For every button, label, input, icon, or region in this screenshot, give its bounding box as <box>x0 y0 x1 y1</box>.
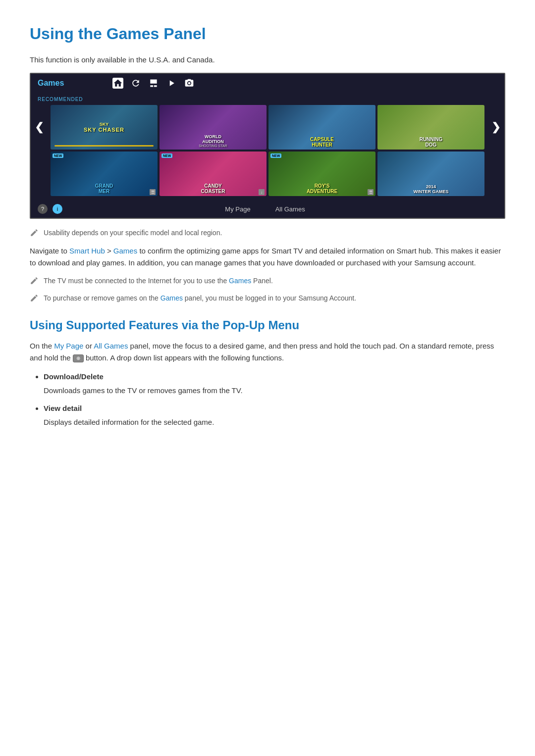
pencil-icon-3 <box>30 294 39 302</box>
pencil-icon-1 <box>30 228 39 237</box>
games-panel-title-label: Games <box>38 79 64 88</box>
window-icon <box>148 78 159 89</box>
list-item-view-detail: View detail Displays detailed informatio… <box>44 403 505 428</box>
game-tile-grand-mer: NEW GRAND MER ☰ <box>51 151 158 196</box>
games-row-1: ❮ SKY SKY CHASER WORLD AUDITION SHOOTING… <box>31 105 504 150</box>
footer-left-icons: ? i <box>38 204 62 214</box>
game-tile-candy-coaster: NEW CANDY COASTER ↓ <box>160 151 267 196</box>
main-paragraph: Navigate to Smart Hub > Games to confirm… <box>30 245 505 269</box>
intro-paragraph: This function is only available in the U… <box>30 54 505 66</box>
scroll-right-arrow[interactable]: ❯ <box>491 121 500 134</box>
my-page-link[interactable]: My Page <box>54 342 83 350</box>
games-content-area: RECOMMENDED ❮ SKY SKY CHASER WORLD AUDIT… <box>31 93 504 218</box>
play-icon <box>166 78 177 89</box>
games-panel-header: Games <box>31 74 504 93</box>
note-3: To purchase or remove games on the Games… <box>30 293 505 303</box>
games-panel-screenshot: Games <box>30 73 505 219</box>
photo-icon <box>184 78 195 89</box>
games-link-2[interactable]: Games <box>229 277 251 285</box>
features-list: Download/Delete Downloads games to the T… <box>44 371 505 428</box>
game-tile-running-dog: RUNNING DOG <box>377 105 484 150</box>
feature-view-detail-desc: Displays detailed information for the se… <box>44 416 505 428</box>
list-item-download: Download/Delete Downloads games to the T… <box>44 371 505 397</box>
note-1-text: Usability depends on your specific model… <box>44 228 222 238</box>
refresh-icon <box>130 78 141 89</box>
game-tile-capsule-hunter: CAPSULE HUNTER <box>268 105 375 150</box>
new-badge-roys-adventure: NEW <box>270 153 281 158</box>
note-2: The TV must be connected to the Internet… <box>30 276 505 286</box>
feature-download-desc: Downloads games to the TV or removes gam… <box>44 385 505 397</box>
section-2-title: Using Supported Features via the Pop-Up … <box>30 318 505 332</box>
games-link-3[interactable]: Games <box>160 294 183 302</box>
home-icon <box>112 78 123 89</box>
new-badge-candy-coaster: NEW <box>161 153 172 158</box>
page-title: Using the Games Panel <box>30 25 505 43</box>
games-panel-footer: ? i My Page All Games <box>31 200 504 218</box>
new-badge-grand-mer: NEW <box>53 153 63 158</box>
section-2-intro: On the My Page or All Games panel, move … <box>30 340 505 364</box>
scroll-left-arrow[interactable]: ❮ <box>35 121 44 134</box>
all-games-link[interactable]: All Games <box>94 342 128 350</box>
remote-button-icon <box>73 354 84 362</box>
info-icon: i <box>53 204 62 214</box>
game-tile-winter-games: 2014 WINTER GAMES <box>377 151 484 196</box>
tab-my-page[interactable]: My Page <box>225 205 250 213</box>
tab-all-games[interactable]: All Games <box>275 205 305 213</box>
game-tile-world-audition: WORLD AUDITION SHOOTING STAR <box>160 105 267 150</box>
pencil-icon-2 <box>30 276 39 285</box>
smart-hub-link[interactable]: Smart Hub <box>69 247 105 255</box>
panel-icons-group <box>112 78 195 89</box>
footer-tabs: My Page All Games <box>225 205 305 213</box>
games-row-2: NEW GRAND MER ☰ NEW CANDY COASTER ↓ <box>31 151 504 196</box>
recommended-label: RECOMMENDED <box>31 97 504 105</box>
note-1: Usability depends on your specific model… <box>30 228 505 238</box>
note-2-text: The TV must be connected to the Internet… <box>44 276 273 286</box>
feature-download-title: Download/Delete <box>44 372 104 381</box>
games-link-1[interactable]: Games <box>113 247 137 255</box>
feature-view-detail-title: View detail <box>44 404 82 412</box>
help-icon: ? <box>38 204 48 214</box>
game-tile-roys-adventure: NEW ROY'S ADVENTURE ☰ <box>268 151 375 196</box>
note-3-text: To purchase or remove games on the Games… <box>44 293 356 303</box>
section-2: Using Supported Features via the Pop-Up … <box>30 318 505 428</box>
game-tile-sky-chaser: SKY SKY CHASER <box>51 105 158 150</box>
